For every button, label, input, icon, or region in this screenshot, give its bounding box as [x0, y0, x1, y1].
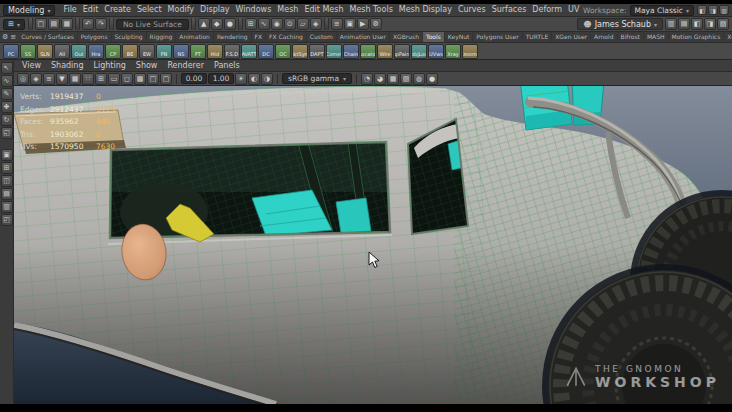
surfaces-menu[interactable]: Surfaces	[489, 4, 530, 16]
four-pane-layout-icon[interactable]: ⊞	[1, 162, 13, 174]
create-menu[interactable]: Create	[101, 4, 134, 16]
gamma-field[interactable]: 1.00	[208, 73, 234, 84]
attribute-editor-icon[interactable]: ◨	[704, 18, 716, 30]
two-pane-stacked-layout-icon[interactable]: ▤	[1, 188, 13, 200]
channel-box-toggle-icon[interactable]: ▥	[719, 5, 729, 15]
shadows-icon[interactable]: ◐	[248, 73, 260, 85]
view-transform-dropdown[interactable]: sRGB gamma ▾	[282, 73, 352, 84]
safe-title-icon[interactable]: ▢	[160, 73, 172, 85]
out-shelf-button[interactable]: Out	[71, 44, 87, 59]
snap-view-plane-icon[interactable]: ▱	[297, 18, 309, 30]
live-surface-selector[interactable]: No Live Surface	[116, 19, 189, 30]
move-tool-icon[interactable]: ✚	[1, 101, 13, 113]
oc-shelf-button[interactable]: OC	[275, 44, 291, 59]
render-frame-icon[interactable]: ▣	[344, 18, 356, 30]
scale-tool-icon[interactable]: ◱	[1, 127, 13, 139]
resolution-gate-icon[interactable]: ◻	[121, 73, 133, 85]
select-menu[interactable]: Select	[134, 4, 165, 16]
open-scene-icon[interactable]: ▤	[48, 18, 60, 30]
exposure-field[interactable]: 0.00	[181, 73, 207, 84]
channel-box-icon[interactable]: ▨	[717, 18, 729, 30]
lighting-panel-menu[interactable]: Lighting	[89, 60, 129, 71]
sln-shelf-button[interactable]: SLN	[37, 44, 53, 59]
edit-mesh-menu[interactable]: Edit Mesh	[301, 4, 346, 16]
user-account-menu[interactable]: ☻ James Schaub ▾	[577, 18, 663, 30]
uv-menu[interactable]: UV	[565, 4, 582, 16]
uvws-shelf-button[interactable]: UVws	[428, 44, 444, 59]
image-plane-icon[interactable]: ▦	[69, 73, 81, 85]
pc-shelf-button[interactable]: PC	[3, 44, 19, 59]
ew-shelf-button[interactable]: EW	[139, 44, 155, 59]
renderer-panel-menu[interactable]: Renderer	[163, 60, 208, 71]
panels-panel-menu[interactable]: Panels	[210, 60, 244, 71]
section-divider[interactable]	[109, 18, 114, 30]
select-hierarchy-icon[interactable]: ▲	[198, 18, 210, 30]
file-menu[interactable]: File	[60, 4, 79, 16]
lighting-icon[interactable]: ☀	[235, 73, 247, 85]
turtle-shelf-tab[interactable]: TURTLE	[523, 32, 553, 42]
anim-layer-icon[interactable]: ▤	[678, 18, 690, 30]
modify-menu[interactable]: Modify	[165, 4, 198, 16]
tools-shelf-tab[interactable]: Tools	[423, 32, 445, 42]
ss-shelf-button[interactable]: SS	[20, 44, 36, 59]
outliner-layout-icon[interactable]: ▥	[1, 201, 13, 213]
snap-point-icon[interactable]: ◉	[271, 18, 283, 30]
shelf-options-icon[interactable]: ⚙	[2, 33, 8, 42]
hid-shelf-button[interactable]: Hid	[207, 44, 223, 59]
motion-graphics-shelf-tab[interactable]: Motion Graphics	[669, 32, 725, 42]
lasso-tool-icon[interactable]: ∿	[1, 75, 13, 87]
default-material-icon[interactable]: ◍	[413, 73, 425, 85]
xray-shelf-button[interactable]: Xray	[445, 44, 461, 59]
locator-shelf-button[interactable]: Locator	[360, 44, 376, 59]
sculpting-shelf-tab[interactable]: Sculpting	[112, 32, 147, 42]
construction-history-icon[interactable]: ≡	[331, 18, 343, 30]
cp-shelf-button[interactable]: CP	[105, 44, 121, 59]
comet-shelf-button[interactable]: Comet	[326, 44, 342, 59]
ipr-render-icon[interactable]: ▶	[357, 18, 369, 30]
dc-shelf-button[interactable]: DC	[258, 44, 274, 59]
fn-shelf-button[interactable]: FN	[156, 44, 172, 59]
shading-panel-menu[interactable]: Shading	[47, 60, 88, 71]
selection-mask-dropdown[interactable]: ⊞ ▾	[3, 19, 25, 30]
snap-grid-icon[interactable]: ⊞	[245, 18, 257, 30]
hra-shelf-button[interactable]: Hra	[88, 44, 104, 59]
curves-surfaces-shelf-tab[interactable]: Curves / Surfaces	[18, 32, 78, 42]
show-panel-menu[interactable]: Show	[132, 60, 162, 71]
ft-shelf-button[interactable]: FT	[190, 44, 206, 59]
keynut-shelf-tab[interactable]: KeyNut	[445, 32, 474, 42]
wire-shelf-button[interactable]: Wire	[377, 44, 393, 59]
film-gate-icon[interactable]: ▭	[108, 73, 120, 85]
snap-projected-center-icon[interactable]: ⊙	[284, 18, 296, 30]
aktsym-shelf-button[interactable]: aktSym	[292, 44, 308, 59]
mash-shelf-tab[interactable]: MASH	[644, 32, 669, 42]
camera-select-icon[interactable]: ◎	[17, 73, 29, 85]
fx-shelf-tab[interactable]: FX	[252, 32, 267, 42]
viewport-canvas[interactable]	[14, 86, 732, 404]
be-shelf-button[interactable]: BE	[122, 44, 138, 59]
xgen-user-shelf-tab[interactable]: XGen User	[552, 32, 591, 42]
objloc-shelf-button[interactable]: objLoc	[411, 44, 427, 59]
isolate-select-icon[interactable]: ◔	[361, 73, 373, 85]
bifrost-shelf-tab[interactable]: Bifrost	[618, 32, 644, 42]
undo-icon[interactable]: ↶	[82, 18, 94, 30]
dapt-shelf-button[interactable]: DAPT	[309, 44, 325, 59]
menu-set-selector[interactable]: Modeling ▾	[3, 5, 55, 16]
avatt-shelf-button[interactable]: AVATT	[241, 44, 257, 59]
custom-shelf-tab[interactable]: Custom	[307, 32, 337, 42]
textured-icon[interactable]: ▨	[400, 73, 412, 85]
split-layout-icon[interactable]: ◰	[1, 214, 13, 226]
wireframe-shaded-icon[interactable]: ▦	[387, 73, 399, 85]
two-pane-side-layout-icon[interactable]: ◫	[1, 175, 13, 187]
attribute-editor-toggle-icon[interactable]: ◨	[708, 5, 718, 15]
shelf-tab-menu-icon[interactable]: ≡	[10, 33, 16, 42]
section-divider[interactable]	[324, 18, 329, 30]
gate-mask-icon[interactable]: ▩	[134, 73, 146, 85]
animation-shelf-tab[interactable]: Animation	[176, 32, 214, 42]
uppaint-shelf-button[interactable]: upPaint	[394, 44, 410, 59]
redo-icon[interactable]: ↷	[95, 18, 107, 30]
curves-menu[interactable]: Curves	[455, 4, 489, 16]
view-panel-menu[interactable]: View	[18, 60, 45, 71]
paint-select-tool-icon[interactable]: ✎	[1, 88, 13, 100]
save-scene-icon[interactable]: ▦	[61, 18, 73, 30]
rendering-shelf-tab[interactable]: Rendering	[214, 32, 252, 42]
